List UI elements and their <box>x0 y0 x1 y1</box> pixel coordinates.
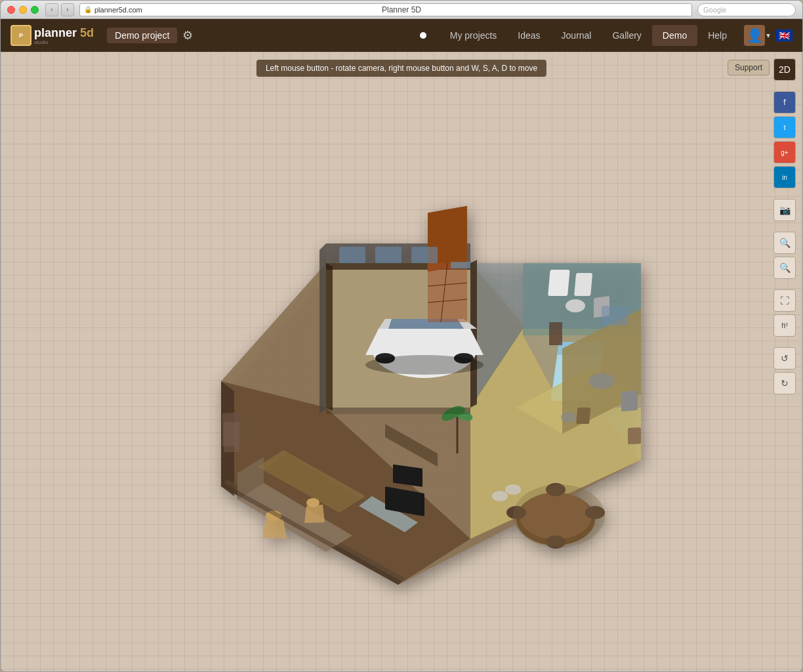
svg-rect-71 <box>375 247 402 263</box>
zoom-in-button[interactable]: 🔍 <box>773 232 796 254</box>
svg-point-51 <box>561 412 577 423</box>
user-dropdown-arrow[interactable]: ▾ <box>766 31 770 40</box>
right-toolbar: 2D f t g+ in 📷 🔍 🔍 ⛶ ft² ↺ ↻ <box>773 58 796 394</box>
minimize-button[interactable] <box>19 6 27 14</box>
social-tw[interactable]: t <box>773 116 796 138</box>
logo-text-group: planner 5d studio <box>34 26 94 45</box>
svg-marker-66 <box>326 408 470 414</box>
floorplan-svg <box>142 132 654 604</box>
logo-name: planner 5d <box>34 26 94 39</box>
2d-view-button[interactable]: 2D <box>773 58 796 81</box>
svg-rect-25 <box>548 270 569 296</box>
svg-marker-13 <box>365 329 484 355</box>
address-icon: 🔒 <box>84 6 92 13</box>
svg-point-69 <box>513 484 605 547</box>
svg-rect-20 <box>428 263 467 322</box>
logo-sub: studio <box>34 40 94 45</box>
svg-point-60 <box>505 484 521 495</box>
user-avatar[interactable]: 👤 <box>744 25 765 46</box>
svg-rect-63 <box>549 322 562 345</box>
svg-marker-36 <box>262 519 287 539</box>
maximize-button[interactable] <box>31 6 39 14</box>
address-bar[interactable]: 🔒 planner5d.com <box>79 3 692 16</box>
logo-number: 5d <box>80 26 94 39</box>
svg-point-18 <box>365 355 484 375</box>
main-content: Left mouse button - rotate camera, right… <box>1 52 802 671</box>
project-name: Demo project <box>115 30 169 41</box>
social-li[interactable]: in <box>773 166 796 188</box>
svg-rect-26 <box>574 273 592 296</box>
svg-rect-46 <box>224 422 239 452</box>
title-bar: ‹ › 🔒 planner5d.com Google Planner 5D <box>1 1 802 19</box>
svg-rect-64 <box>451 262 470 268</box>
social-gp[interactable]: g+ <box>773 141 796 163</box>
search-placeholder: Google <box>703 6 726 14</box>
flag-icon[interactable]: 🇬🇧 <box>775 30 793 41</box>
svg-point-49 <box>588 373 615 389</box>
camera-button[interactable]: 📷 <box>773 199 796 221</box>
search-bar[interactable]: Google <box>697 3 796 16</box>
floorplan-container[interactable] <box>33 85 763 652</box>
svg-marker-7 <box>326 263 333 411</box>
user-section: 👤 ▾ 🇬🇧 <box>744 25 793 46</box>
social-fb[interactable]: f <box>773 91 796 114</box>
forward-button[interactable]: › <box>61 3 74 16</box>
svg-point-27 <box>566 299 585 312</box>
nav-links: My projects Ideas Journal Gallery Demo H… <box>440 25 737 46</box>
settings-icon[interactable]: ⚙ <box>182 28 193 43</box>
window-buttons <box>7 6 39 14</box>
project-selector[interactable]: Demo project <box>107 28 177 43</box>
app-nav: P planner 5d studio Demo project ⚙ My pr… <box>1 19 802 52</box>
svg-point-59 <box>492 491 508 501</box>
svg-rect-73 <box>602 306 628 326</box>
svg-rect-62 <box>628 427 641 444</box>
nav-ideas[interactable]: Ideas <box>507 25 550 46</box>
svg-rect-72 <box>411 247 438 263</box>
svg-marker-38 <box>304 505 325 523</box>
nav-journal[interactable]: Journal <box>551 25 602 46</box>
nav-help[interactable]: Help <box>697 25 737 46</box>
undo-button[interactable]: ↺ <box>773 347 796 369</box>
nav-dot <box>420 32 426 39</box>
support-button[interactable]: Support <box>728 60 770 75</box>
nav-my-projects[interactable]: My projects <box>440 25 508 46</box>
logo: P planner 5d studio <box>10 25 94 46</box>
window-chrome: ‹ › 🔒 planner5d.com Google Planner 5D P … <box>0 0 803 672</box>
svg-rect-52 <box>576 408 590 424</box>
nav-buttons: ‹ › <box>45 3 74 16</box>
units-button[interactable]: ft² <box>773 314 796 337</box>
logo-icon: P <box>10 25 31 46</box>
fullscreen-button[interactable]: ⛶ <box>773 289 796 312</box>
url-text: planner5d.com <box>94 6 142 14</box>
nav-demo[interactable]: Demo <box>652 25 697 46</box>
redo-button[interactable]: ↻ <box>773 372 796 394</box>
nav-gallery[interactable]: Gallery <box>602 25 651 46</box>
back-button[interactable]: ‹ <box>45 3 58 16</box>
close-button[interactable] <box>7 6 15 14</box>
svg-marker-11 <box>319 243 326 414</box>
svg-rect-70 <box>339 247 365 263</box>
zoom-out-button[interactable]: 🔍 <box>773 257 796 279</box>
svg-rect-61 <box>621 390 638 411</box>
